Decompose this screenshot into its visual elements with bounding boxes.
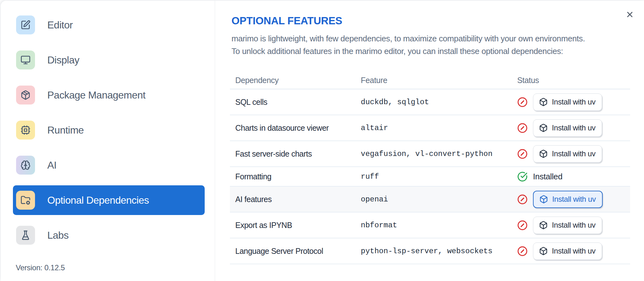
dependency-cell: SQL cells [230, 98, 361, 107]
sidebar-item-display[interactable]: Display [13, 45, 205, 75]
column-header-dependency: Dependency [230, 76, 361, 85]
feature-cell: nbformat [361, 221, 517, 230]
sidebar-item-package-management[interactable]: Package Management [13, 80, 205, 110]
install-button-label: Install with uv [552, 247, 595, 255]
sidebar-item-label: Package Management [47, 89, 145, 101]
column-header-feature: Feature [361, 76, 517, 85]
box-icon [539, 98, 548, 106]
install-with-uv-button[interactable]: Install with uv [533, 217, 602, 234]
sidebar-item-labs[interactable]: Labs [13, 220, 205, 250]
circle-x-icon [517, 194, 528, 205]
sidebar-item-label: Runtime [47, 124, 84, 136]
dependency-cell: Export as IPYNB [230, 221, 361, 230]
sidebar-item-label: Optional Dependencies [47, 194, 149, 206]
install-button-label: Install with uv [552, 123, 595, 132]
table-row-charts-in-datasource-viewer: Charts in datasource vieweraltairInstall… [230, 115, 630, 141]
install-with-uv-button[interactable]: Install with uv [533, 93, 602, 111]
table-row-ai-features: AI featuresopenaiInstall with uv [230, 187, 630, 212]
dependency-cell: Fast server-side charts [230, 149, 361, 158]
dependency-cell: AI features [230, 195, 361, 204]
install-button-label: Install with uv [552, 221, 595, 230]
settings-sidebar: EditorDisplayPackage ManagementRuntimeAI… [1, 1, 215, 281]
status-cell: Install with uv [517, 191, 630, 208]
dependencies-table: Dependency Feature Status SQL cellsduckd… [230, 72, 630, 264]
table-row-sql-cells: SQL cellsduckdb, sqlglotInstall with uv [230, 89, 630, 115]
table-row-language-server-protocol: Language Server Protocolpython-lsp-serve… [230, 238, 630, 264]
table-row-export-as-ipynb: Export as IPYNBnbformatInstall with uv [230, 212, 630, 238]
install-with-uv-button[interactable]: Install with uv [533, 145, 602, 163]
circle-x-icon [517, 220, 528, 230]
install-with-uv-button[interactable]: Install with uv [533, 119, 602, 137]
dependency-cell: Language Server Protocol [230, 247, 361, 256]
feature-cell: ruff [361, 172, 517, 181]
sidebar-item-label: Labs [47, 230, 68, 241]
monitor-icon [16, 51, 35, 69]
install-button-label: Install with uv [552, 195, 596, 204]
description-line-2: To unlock additional features in the mar… [231, 46, 563, 56]
close-icon[interactable] [625, 10, 635, 20]
sidebar-item-optional-dependencies[interactable]: Optional Dependencies [13, 185, 205, 215]
circle-x-icon [517, 149, 528, 159]
box-icon [539, 149, 548, 158]
feature-cell: python-lsp-server, websockets [361, 247, 517, 255]
table-header-row: Dependency Feature Status [230, 72, 630, 89]
feature-cell: vegafusion, vl-convert-python [361, 150, 517, 158]
feature-cell: duckdb, sqlglot [361, 98, 517, 106]
table-row-formatting: FormattingruffInstalled [230, 167, 630, 187]
box-icon [539, 221, 548, 230]
status-cell: Install with uv [517, 119, 630, 137]
install-button-label: Install with uv [552, 98, 595, 106]
feature-cell: openai [361, 195, 517, 204]
circle-x-icon [517, 123, 528, 133]
square-pen-icon [16, 15, 35, 34]
flask-icon [16, 226, 35, 245]
table-body: SQL cellsduckdb, sqlglotInstall with uvC… [230, 89, 630, 264]
circle-x-icon [517, 246, 528, 256]
sidebar-item-ai[interactable]: AI [13, 150, 205, 180]
status-cell: Install with uv [517, 217, 630, 234]
page-title: OPTIONAL FEATURES [231, 15, 630, 27]
install-with-uv-button[interactable]: Install with uv [533, 191, 603, 208]
cpu-icon [16, 121, 35, 140]
feature-cell: altair [361, 124, 517, 132]
version-label: Version: 0.12.5 [16, 263, 65, 272]
column-header-status: Status [517, 76, 630, 85]
description-line-1: marimo is lightweight, with few dependen… [231, 34, 585, 43]
status-cell: Install with uv [517, 242, 630, 260]
brain-icon [16, 156, 35, 175]
sidebar-item-label: Editor [47, 19, 73, 31]
box-icon [539, 247, 548, 255]
box-icon [539, 195, 548, 204]
table-row-fast-server-side-charts: Fast server-side chartsvegafusion, vl-co… [230, 141, 630, 167]
sidebar-item-editor[interactable]: Editor [13, 10, 205, 40]
status-cell: Install with uv [517, 145, 630, 163]
folder-cog-icon [16, 191, 35, 210]
sidebar-item-label: AI [47, 159, 56, 171]
status-cell: Installed [517, 171, 630, 182]
dependency-cell: Charts in datasource viewer [230, 123, 361, 133]
box-icon [539, 123, 548, 132]
optional-features-panel: OPTIONAL FEATURES marimo is lightweight,… [215, 1, 644, 281]
dependency-cell: Formatting [230, 172, 361, 181]
panel-description: marimo is lightweight, with few dependen… [231, 32, 630, 57]
settings-dialog: EditorDisplayPackage ManagementRuntimeAI… [1, 1, 644, 281]
package-icon [16, 86, 35, 105]
status-cell: Install with uv [517, 93, 630, 111]
install-button-label: Install with uv [552, 149, 595, 158]
installed-status-label: Installed [533, 172, 562, 182]
install-with-uv-button[interactable]: Install with uv [533, 242, 602, 260]
circle-x-icon [517, 97, 528, 107]
sidebar-item-label: Display [47, 54, 79, 66]
circle-check-icon [517, 171, 528, 182]
sidebar-nav: EditorDisplayPackage ManagementRuntimeAI… [13, 10, 215, 250]
sidebar-item-runtime[interactable]: Runtime [13, 115, 205, 145]
